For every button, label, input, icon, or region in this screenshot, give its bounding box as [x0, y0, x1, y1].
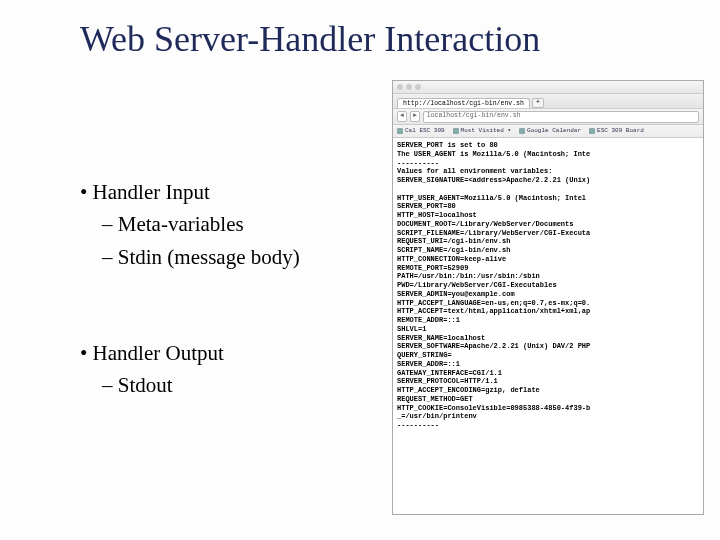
address-bar[interactable]: localhost/cgi-bin/env.sh: [423, 111, 699, 123]
close-icon[interactable]: [397, 84, 403, 90]
toolbar: ◄ ► localhost/cgi-bin/env.sh: [393, 109, 703, 125]
tab-active[interactable]: http://localhost/cgi-bin/env.sh: [397, 98, 530, 108]
bookmark-icon: [589, 128, 595, 134]
bullet-meta-variables: Meta-variables: [102, 210, 400, 238]
bookmark-label: ESC 309 Board: [597, 127, 644, 135]
bookmark-icon: [519, 128, 525, 134]
slide: Web Server-Handler Interaction Handler I…: [0, 0, 720, 540]
bullet-stdin: Stdin (message body): [102, 243, 400, 271]
minimize-icon[interactable]: [406, 84, 412, 90]
bullet-stdout: Stdout: [102, 371, 400, 399]
zoom-icon[interactable]: [415, 84, 421, 90]
bookmarks-bar: Cal ESC 309 Most Visited ▾ Google Calend…: [393, 125, 703, 138]
bookmark-label: Most Visited ▾: [461, 127, 511, 135]
tab-bar: http://localhost/cgi-bin/env.sh +: [393, 94, 703, 109]
new-tab-button[interactable]: +: [532, 98, 544, 108]
bullet-handler-input: Handler Input: [80, 178, 400, 206]
bookmark-item[interactable]: Cal ESC 309: [397, 127, 445, 135]
page-content: SERVER_PORT is set to 80 The USER_AGENT …: [393, 138, 703, 433]
bookmark-icon: [397, 128, 403, 134]
bookmark-label: Cal ESC 309: [405, 127, 445, 135]
window-titlebar[interactable]: [393, 81, 703, 94]
browser-window: http://localhost/cgi-bin/env.sh + ◄ ► lo…: [392, 80, 704, 515]
slide-title: Web Server-Handler Interaction: [0, 0, 720, 60]
spacer: [80, 271, 400, 321]
bullet-list: Handler Input Meta-variables Stdin (mess…: [80, 160, 400, 400]
back-button[interactable]: ◄: [397, 111, 407, 121]
bookmark-item[interactable]: Most Visited ▾: [453, 127, 511, 135]
bookmark-item[interactable]: Google Calendar: [519, 127, 581, 135]
forward-button[interactable]: ►: [410, 111, 420, 121]
bookmark-item[interactable]: ESC 309 Board: [589, 127, 644, 135]
bullet-handler-output: Handler Output: [80, 339, 400, 367]
bookmark-label: Google Calendar: [527, 127, 581, 135]
bookmark-icon: [453, 128, 459, 134]
